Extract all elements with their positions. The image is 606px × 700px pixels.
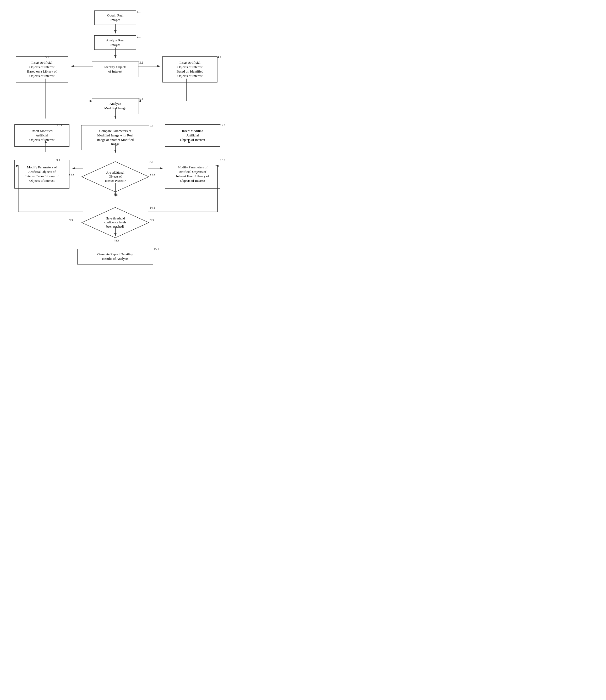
threshold-diamond: Have thresholdconfidence levelsbeen reac…	[81, 207, 149, 238]
identify-number: 3.1	[139, 61, 143, 65]
obtain-label: Obtain RealImages	[107, 14, 123, 22]
modify-left-number: 9.1	[56, 159, 60, 162]
insert-identified-number: 4.1	[217, 55, 222, 59]
identify-label: Identify Objectsof Interest	[104, 65, 126, 74]
analyze-modified-label: AnalyzeModified Image	[104, 102, 126, 111]
yes-right-label: YES	[149, 173, 155, 176]
threshold-number: 14.1	[149, 206, 155, 210]
generate-box: Generate Report DetailingResults of Anal…	[77, 249, 153, 265]
modify-left-label: Modify Parameters ofArtificial Objects o…	[25, 165, 59, 183]
analyze-real-number: 2.1	[137, 35, 141, 39]
yes-left-label: YES	[69, 173, 74, 176]
additional-diamond: Are additionalObjects ofInterest Present…	[81, 161, 149, 192]
analyze-modified-box: AnalyzeModified Image	[92, 98, 139, 114]
insert-modified-left-number: 11.1	[57, 123, 62, 127]
no-right-label: NO	[149, 218, 154, 221]
yes-bottom-label: YES	[114, 239, 119, 242]
insert-identified-box: Insert ArtificialObjects of InterestBase…	[162, 56, 217, 82]
analyze-modified-number: 6.1	[139, 97, 143, 101]
compare-number: 7.1	[149, 124, 154, 128]
insert-modified-left-box: Insert ModifiedArtificialObjects of Inte…	[15, 124, 69, 147]
insert-library-box: Insert ArtificialObjects of InterestBase…	[16, 56, 68, 82]
flowchart-diagram: Obtain RealImages 1.1 Analyze RealImages…	[5, 5, 231, 257]
insert-modified-right-label: Insert ModifiedArtificialObjects of Inte…	[180, 129, 205, 142]
compare-box: Compare Parameters ofModified Image with…	[81, 125, 149, 150]
additional-diamond-label: Are additionalObjects ofInterest Present…	[99, 171, 131, 183]
insert-identified-label: Insert ArtificialObjects of InterestBase…	[177, 61, 203, 78]
modify-right-number: 10.1	[220, 159, 226, 162]
obtain-number: 1.1	[137, 10, 141, 14]
insert-library-number: 5.1	[45, 55, 49, 59]
analyze-real-box: Analyze RealImages	[94, 35, 136, 50]
identify-box: Identify Objectsof Interest	[92, 62, 139, 77]
generate-label: Generate Report DetailingResults of Anal…	[97, 252, 133, 261]
generate-number: 15.1	[154, 247, 159, 251]
analyze-real-label: Analyze RealImages	[106, 38, 124, 47]
insert-modified-left-label: Insert ModifiedArtificialObjects of Inte…	[29, 129, 54, 142]
compare-label: Compare Parameters ofModified Image with…	[97, 129, 134, 147]
modify-left-box: Modify Parameters ofArtificial Objects o…	[15, 160, 69, 189]
modify-right-label: Modify Parameters ofArtificial Objects o…	[176, 165, 209, 183]
insert-library-label: Insert ArtificialObjects of InterestBase…	[27, 61, 56, 78]
threshold-diamond-label: Have thresholdconfidence levelsbeen reac…	[99, 217, 132, 229]
modify-right-box: Modify Parameters ofArtificial Objects o…	[165, 160, 220, 189]
no-left-label: NO	[69, 218, 73, 221]
additional-number: 8.1	[149, 160, 154, 164]
insert-modified-right-box: Insert ModifiedArtificialObjects of Inte…	[165, 124, 220, 147]
insert-modified-right-number: 12.1	[220, 123, 226, 127]
no-bottom-label: NO	[114, 193, 118, 196]
obtain-box: Obtain RealImages	[94, 10, 136, 25]
